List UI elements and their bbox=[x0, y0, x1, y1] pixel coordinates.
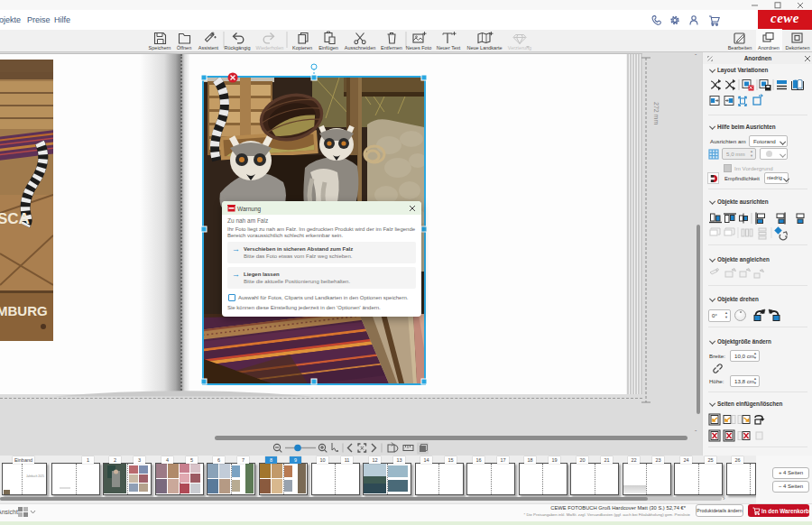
svg-text:SCA: SCA bbox=[0, 210, 30, 227]
svg-text:MBURG: MBURG bbox=[0, 303, 48, 318]
